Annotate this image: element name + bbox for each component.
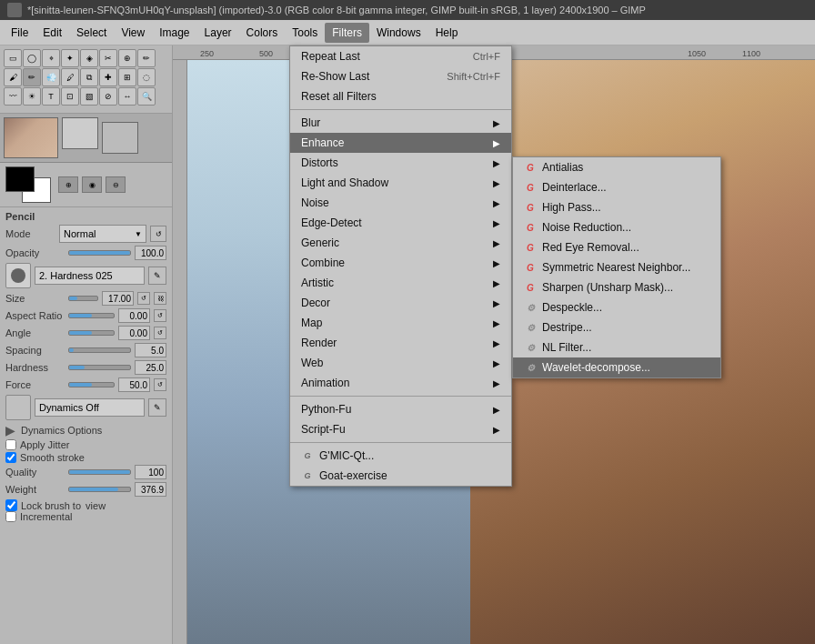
tool-rect-select[interactable]: ▭ [4,49,22,67]
filters-combine[interactable]: Combine ▶ [290,253,511,273]
tool-select-color[interactable]: ◈ [80,49,98,67]
tool-heal[interactable]: ✚ [99,68,117,86]
filters-goat-exercise[interactable]: G Goat-exercise [290,466,511,486]
menu-edit[interactable]: Edit [35,23,69,43]
filters-blur[interactable]: Blur ▶ [290,113,511,133]
filters-gmic[interactable]: G G'MIC-Qt... [290,446,511,466]
size-chain[interactable]: ⛓ [154,292,166,305]
fg-bg-colors[interactable] [5,166,51,203]
tool-paths[interactable]: ✏ [137,49,156,67]
tool-pencil[interactable]: ✏ [23,68,41,86]
filters-generic[interactable]: Generic ▶ [290,233,511,253]
filters-decor[interactable]: Decor ▶ [290,293,511,313]
menu-tools[interactable]: Tools [285,23,325,43]
filters-distorts[interactable]: Distorts ▶ [290,153,511,173]
tool-blur[interactable]: ◌ [137,68,156,86]
force-reset[interactable]: ↺ [154,378,166,391]
tool-ink[interactable]: 🖊 [61,68,79,86]
dynamics-select[interactable]: Dynamics Off [35,398,145,417]
image-thumbnail-small-2[interactable] [102,122,138,154]
spacing-slider[interactable] [68,347,131,353]
opacity-slider[interactable] [68,250,131,256]
tool-bucket-fill[interactable]: ⊡ [61,87,79,106]
mode-icon-2[interactable]: ◉ [82,176,102,193]
quality-value[interactable]: 100 [135,465,166,479]
tool-paint[interactable]: 🖌 [4,68,22,86]
menu-file[interactable]: File [4,23,35,43]
tool-airbrush[interactable]: 💨 [42,68,60,86]
quality-slider[interactable] [68,469,131,475]
filters-reshow-last[interactable]: Re-Show Last Shift+Ctrl+F [290,66,511,86]
tool-free-select[interactable]: ⌖ [42,49,60,67]
tool-smudge[interactable]: 〰 [4,87,22,106]
force-slider[interactable] [68,382,115,387]
enhance-sharpen[interactable]: G Sharpen (Unsharp Mask)... [513,277,720,297]
filters-animation[interactable]: Animation ▶ [290,373,511,393]
filters-web[interactable]: Web ▶ [290,353,511,373]
tool-scissors[interactable]: ✂ [99,49,117,67]
tool-dodge[interactable]: ☀ [23,87,41,106]
size-reset[interactable]: ↺ [137,292,150,305]
menu-image[interactable]: Image [152,23,196,43]
angle-slider[interactable] [68,330,115,336]
mode-select[interactable]: Normal ▼ [59,225,146,243]
menu-windows[interactable]: Windows [369,23,428,43]
tool-text[interactable]: T [42,87,60,106]
filters-script-fu[interactable]: Script-Fu ▶ [290,419,511,439]
brush-preview[interactable] [5,263,31,288]
filters-render[interactable]: Render ▶ [290,333,511,353]
tool-measure[interactable]: ↔ [118,87,136,106]
menu-colors[interactable]: Colors [239,23,286,43]
filters-light-shadow[interactable]: Light and Shadow ▶ [290,173,511,193]
tool-perspective-clone[interactable]: ⊞ [118,68,136,86]
foreground-color[interactable] [5,166,35,192]
filters-map[interactable]: Map ▶ [290,313,511,333]
enhance-noise-reduction[interactable]: G Noise Reduction... [513,217,720,237]
hardness-value[interactable]: 25.0 [135,360,166,375]
enhance-destripe[interactable]: ⚙ Destripe... [513,317,720,337]
tool-clone[interactable]: ⧉ [80,68,98,86]
aspect-ratio-slider[interactable] [68,313,115,318]
dynamics-options-expand-icon[interactable]: ▶ [5,423,15,438]
spacing-value[interactable]: 5.0 [135,343,166,357]
aspect-ratio-value[interactable]: 0.00 [118,308,150,323]
enhance-deinterlace[interactable]: G Deinterlace... [513,177,720,197]
filters-python-fu[interactable]: Python-Fu ▶ [290,399,511,419]
hardness-slider[interactable] [68,365,131,370]
filters-reset-all[interactable]: Reset all Filters [290,86,511,106]
smooth-stroke-checkbox[interactable] [5,452,16,463]
enhance-nl-filter[interactable]: ⚙ NL Filter... [513,337,720,357]
tool-gradient[interactable]: ▧ [80,87,98,106]
tool-foreground-select[interactable]: ⊕ [118,49,136,67]
image-thumbnail-main[interactable] [4,117,58,158]
mode-icon-3[interactable]: ⊖ [106,176,126,193]
mode-reset-btn[interactable]: ↺ [150,226,166,242]
menu-filters[interactable]: Filters [325,23,369,43]
force-value[interactable]: 50.0 [118,377,150,392]
mode-icon-1[interactable]: ⊕ [58,176,78,193]
brush-edit-btn[interactable]: ✎ [148,267,166,285]
size-slider[interactable] [68,296,98,301]
weight-value[interactable]: 376.9 [135,482,166,497]
enhance-red-eye[interactable]: G Red Eye Removal... [513,237,720,257]
size-value[interactable]: 17.00 [102,291,134,306]
aspect-reset[interactable]: ↺ [154,309,166,322]
menu-select[interactable]: Select [69,23,114,43]
enhance-wavelet-decompose[interactable]: ⚙ Wavelet-decompose... [513,357,720,377]
weight-slider[interactable] [68,487,131,492]
menu-view[interactable]: View [114,23,152,43]
menu-help[interactable]: Help [428,23,466,43]
tool-fuzzy-select[interactable]: ✦ [61,49,79,67]
enhance-high-pass[interactable]: G High Pass... [513,197,720,217]
tool-color-picker[interactable]: ⊘ [99,87,117,106]
incremental-checkbox[interactable] [5,511,16,522]
tool-zoom[interactable]: 🔍 [137,87,156,106]
enhance-symmetric-nearest[interactable]: G Symmetric Nearest Neighbor... [513,257,720,277]
lock-brush-checkbox[interactable] [5,499,17,511]
filters-edge-detect[interactable]: Edge-Detect ▶ [290,213,511,233]
apply-jitter-checkbox[interactable] [5,439,16,450]
dynamics-edit-btn[interactable]: ✎ [148,398,166,417]
angle-value[interactable]: 0.00 [118,326,150,340]
filters-repeat-last[interactable]: Repeat Last Ctrl+F [290,46,511,66]
menu-layer[interactable]: Layer [197,23,239,43]
